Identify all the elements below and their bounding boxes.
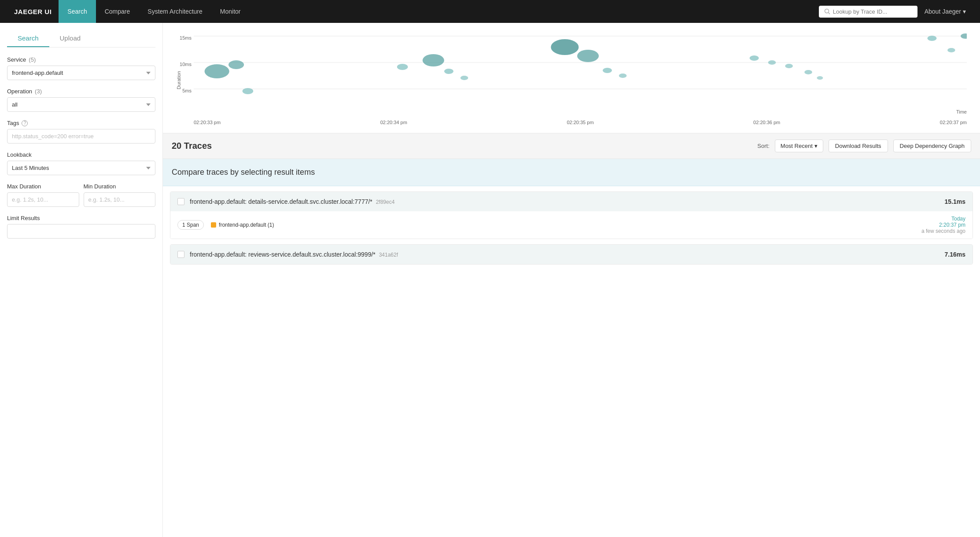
trace-checkbox-1[interactable]	[177, 198, 184, 205]
trace-id-2: 341a62f	[379, 252, 398, 258]
chart-x-label-1: 02:20:34 pm	[380, 120, 407, 125]
min-duration-input[interactable]	[84, 192, 156, 207]
svg-point-15	[619, 74, 627, 78]
download-results-button[interactable]: Download Results	[829, 140, 888, 152]
chart-time-label: Time	[956, 109, 967, 114]
chart-x-axis: 02:20:33 pm 02:20:34 pm 02:20:35 pm 02:2…	[194, 120, 967, 125]
trace-time-1: Today 2:20:37 pm a few seconds ago	[921, 216, 965, 234]
chart-x-label-2: 02:20:35 pm	[567, 120, 593, 125]
about-link[interactable]: About Jaeger ▾	[917, 8, 973, 15]
max-duration-group: Max Duration	[7, 183, 79, 207]
svg-point-5	[205, 64, 229, 78]
trace-header-1[interactable]: frontend-app.default: details-service.de…	[170, 192, 973, 211]
trace-checkbox-2[interactable]	[177, 251, 184, 258]
svg-line-1	[828, 13, 830, 15]
max-duration-label: Max Duration	[7, 183, 79, 190]
svg-point-9	[423, 54, 444, 66]
sidebar-tabs: Search Upload	[7, 30, 155, 48]
tags-input[interactable]	[7, 129, 155, 143]
svg-point-0	[825, 9, 829, 13]
operation-label: Operation (3)	[7, 88, 155, 95]
trace-meta-1: 1 Span frontend-app.default (1) Today 2:…	[170, 211, 973, 239]
svg-point-20	[817, 76, 823, 80]
svg-point-17	[768, 60, 776, 65]
lookback-select[interactable]: Last 5 Minutes	[7, 161, 155, 175]
max-duration-input[interactable]	[7, 192, 79, 207]
service-label: Service (5)	[7, 56, 155, 63]
sidebar: Search Upload Service (5) frontend-app.d…	[0, 23, 163, 537]
nav-compare[interactable]: Compare	[96, 0, 139, 23]
min-duration-label: Min Duration	[84, 183, 156, 190]
lookback-group: Lookback Last 5 Minutes	[7, 151, 155, 175]
chart-area: Duration 15ms 10ms 5ms	[163, 23, 980, 133]
tags-help-icon[interactable]: ?	[22, 120, 28, 126]
duration-row: Max Duration Min Duration	[7, 183, 155, 215]
chart-x-label-0: 02:20:33 pm	[194, 120, 221, 125]
svg-point-18	[785, 64, 793, 68]
svg-point-21	[927, 36, 936, 41]
trace-time-val-1: 2:20:37 pm	[921, 222, 965, 228]
chart-y-label-15ms: 15ms	[172, 35, 192, 40]
limit-results-input[interactable]: 20	[7, 224, 155, 239]
trace-result-2: frontend-app.default: reviews-service.de…	[170, 244, 973, 265]
svg-point-12	[551, 39, 578, 55]
trace-id-1: 2f89ec4	[376, 199, 395, 205]
svg-point-7	[243, 88, 254, 94]
min-duration-group: Min Duration	[84, 183, 156, 207]
operation-group: Operation (3) all	[7, 88, 155, 112]
trace-title-2: frontend-app.default: reviews-service.de…	[190, 251, 939, 258]
svg-point-10	[444, 69, 453, 74]
chart-x-label-4: 02:20:37 pm	[940, 120, 967, 125]
tags-label: Tags ?	[7, 120, 155, 126]
chart-y-label-5ms: 5ms	[172, 88, 192, 93]
chart-y-label-10ms: 10ms	[172, 62, 192, 67]
span-badge-1: 1 Span	[177, 220, 204, 230]
service-group: Service (5) frontend-app.default	[7, 56, 155, 80]
svg-point-11	[461, 76, 468, 80]
traces-header: 20 Traces Sort: Most Recent ▾ Download R…	[163, 133, 980, 159]
trace-result-1: frontend-app.default: details-service.de…	[170, 191, 973, 239]
svg-point-22	[947, 48, 955, 52]
trace-duration-1: 15.1ms	[945, 198, 965, 205]
limit-results-group: Limit Results 20	[7, 215, 155, 239]
nav-monitor[interactable]: Monitor	[211, 0, 250, 23]
sort-label: Sort:	[757, 143, 769, 149]
trace-duration-2: 7.16ms	[945, 251, 965, 258]
traces-count: 20 Traces	[172, 141, 752, 151]
brand-logo: JAEGER UI	[7, 8, 59, 15]
nav-search[interactable]: Search	[59, 0, 96, 23]
main-content: Duration 15ms 10ms 5ms	[163, 23, 980, 537]
compare-banner: Compare traces by selecting result items	[163, 159, 980, 186]
service-dot-1	[211, 222, 216, 228]
svg-point-16	[750, 55, 759, 61]
compare-banner-text: Compare traces by selecting result items	[172, 168, 971, 177]
service-select[interactable]: frontend-app.default	[7, 66, 155, 80]
service-tag-1: frontend-app.default (1)	[211, 222, 274, 228]
chart-canvas: Duration 15ms 10ms 5ms	[172, 32, 971, 129]
sort-select-button[interactable]: Most Recent ▾	[775, 140, 823, 152]
nav-system-architecture[interactable]: System Architecture	[139, 0, 211, 23]
trace-date-1: Today	[921, 216, 965, 222]
topnav: JAEGER UI Search Compare System Architec…	[0, 0, 980, 23]
operation-select[interactable]: all	[7, 97, 155, 112]
svg-point-8	[397, 64, 408, 70]
deep-dependency-button[interactable]: Deep Dependency Graph	[893, 140, 971, 152]
trace-id-input[interactable]	[833, 8, 912, 15]
svg-point-14	[603, 68, 612, 73]
svg-point-19	[804, 70, 812, 74]
trace-title-1: frontend-app.default: details-service.de…	[190, 198, 939, 205]
lookback-label: Lookback	[7, 151, 155, 158]
main-layout: Search Upload Service (5) frontend-app.d…	[0, 23, 980, 537]
chart-x-label-3: 02:20:36 pm	[753, 120, 780, 125]
search-icon	[824, 8, 830, 15]
trace-ago-1: a few seconds ago	[921, 228, 965, 234]
svg-point-23	[961, 33, 967, 39]
chart-svg	[194, 32, 967, 111]
tab-search[interactable]: Search	[7, 30, 49, 47]
limit-results-label: Limit Results	[7, 215, 155, 221]
svg-point-13	[577, 50, 599, 62]
tab-upload[interactable]: Upload	[49, 30, 92, 47]
trace-lookup-container	[819, 6, 917, 18]
tags-group: Tags ?	[7, 120, 155, 143]
trace-header-2[interactable]: frontend-app.default: reviews-service.de…	[170, 245, 973, 264]
